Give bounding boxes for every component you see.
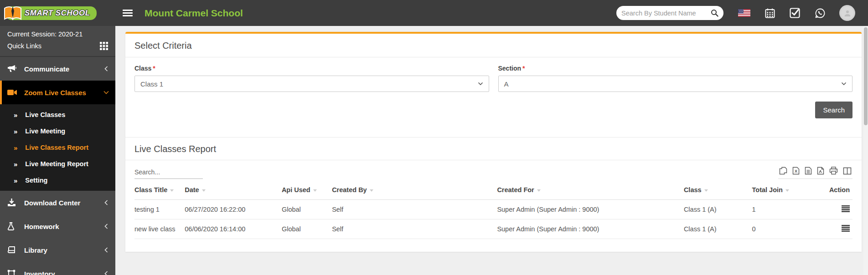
cell-class: Class 1 (A) bbox=[684, 200, 752, 219]
sidebar-item-label: Communicate bbox=[24, 65, 104, 73]
cell-api-used: Global bbox=[282, 200, 332, 219]
live-classes-report-table: Class Title Date Api Used Created By Cre… bbox=[134, 182, 852, 239]
cell-api-used: Global bbox=[282, 219, 332, 239]
submenu-item-live-classes[interactable]: » Live Classes bbox=[0, 107, 115, 123]
select-criteria-title: Select Criteria bbox=[134, 41, 852, 51]
column-header-class[interactable]: Class bbox=[684, 182, 752, 200]
school-name-title: Mount Carmel School bbox=[145, 8, 243, 19]
sort-caret-icon bbox=[537, 189, 541, 192]
column-header-api-used[interactable]: Api Used bbox=[282, 182, 332, 200]
double-angle-icon: » bbox=[14, 160, 17, 168]
sidebar-item-label: Inventory bbox=[24, 270, 104, 275]
brand-text: SMART SCHOOL bbox=[25, 9, 90, 18]
double-angle-icon: » bbox=[14, 177, 17, 184]
chevron-left-icon bbox=[104, 224, 108, 229]
copy-icon[interactable] bbox=[779, 167, 787, 175]
book-icon bbox=[7, 246, 18, 254]
table-row: testing 1 06/27/2020 16:22:00 Global Sel… bbox=[134, 200, 852, 219]
double-angle-icon: » bbox=[14, 144, 17, 152]
whatsapp-icon[interactable] bbox=[815, 8, 826, 19]
language-us-flag-icon[interactable] bbox=[738, 9, 750, 17]
sort-caret-icon bbox=[202, 189, 206, 192]
scrollbar-thumb[interactable] bbox=[864, 27, 868, 125]
search-icon[interactable] bbox=[711, 9, 718, 17]
columns-icon[interactable] bbox=[843, 167, 852, 175]
submenu-item-label: Live Classes Report bbox=[25, 144, 88, 151]
sort-caret-icon bbox=[170, 189, 174, 192]
cell-class-title: testing 1 bbox=[134, 200, 185, 219]
live-classes-report-title: Live Classes Report bbox=[134, 144, 852, 154]
sidebar-item-inventory[interactable]: Inventory bbox=[0, 262, 115, 275]
class-label: Class bbox=[134, 65, 151, 72]
excel-icon[interactable]: X bbox=[792, 167, 800, 175]
column-header-created-for[interactable]: Created For bbox=[497, 182, 684, 200]
sidebar: Current Session: 2020-21 Quick Links bbox=[0, 26, 115, 275]
table-row: new live class 06/06/2020 16:14:00 Globa… bbox=[134, 219, 852, 239]
sidebar-item-zoom-live-classes[interactable]: Zoom Live Classes bbox=[0, 81, 115, 104]
content-card: Select Criteria Class* Class 1 Section* … bbox=[125, 32, 862, 252]
required-asterisk: * bbox=[522, 65, 525, 72]
sort-caret-icon bbox=[370, 189, 373, 192]
submenu-item-label: Setting bbox=[25, 177, 47, 184]
file-text-icon[interactable] bbox=[805, 167, 812, 175]
submenu-item-live-meeting[interactable]: » Live Meeting bbox=[0, 123, 115, 139]
sidebar-item-label: Download Center bbox=[24, 199, 104, 207]
top-header: SMART SCHOOL Mount Carmel School bbox=[0, 0, 868, 26]
sidebar-item-homework[interactable]: Homework bbox=[0, 214, 115, 238]
smart-school-app: SMART SCHOOL Mount Carmel School bbox=[0, 0, 868, 275]
sidebar-item-download-center[interactable]: Download Center bbox=[0, 191, 115, 214]
section-select[interactable]: A bbox=[498, 76, 853, 92]
flask-icon bbox=[7, 222, 18, 230]
column-header-created-by[interactable]: Created By bbox=[332, 182, 497, 200]
print-icon[interactable] bbox=[829, 167, 838, 175]
cell-date: 06/06/2020 16:14:00 bbox=[185, 219, 282, 239]
brand-logo[interactable]: SMART SCHOOL bbox=[0, 6, 115, 20]
quick-links-grid-icon[interactable] bbox=[100, 42, 108, 50]
table-search-input[interactable] bbox=[134, 167, 203, 179]
sidebar-item-communicate[interactable]: Communicate bbox=[0, 57, 115, 81]
user-avatar[interactable] bbox=[839, 5, 855, 21]
cell-class: Class 1 (A) bbox=[684, 219, 752, 239]
pdf-icon[interactable] bbox=[817, 167, 824, 175]
submenu-item-setting[interactable]: » Setting bbox=[0, 172, 115, 188]
column-header-total-join[interactable]: Total Join bbox=[752, 182, 817, 200]
quick-links-label: Quick Links bbox=[7, 42, 41, 50]
column-header-class-title[interactable]: Class Title bbox=[134, 182, 185, 200]
zoom-live-classes-submenu: » Live Classes » Live Meeting » Live Cla… bbox=[0, 104, 115, 191]
sort-caret-icon bbox=[704, 189, 708, 192]
search-button[interactable]: Search bbox=[815, 102, 852, 118]
menu-toggle-icon[interactable] bbox=[123, 10, 133, 16]
class-select-value: Class 1 bbox=[140, 80, 478, 88]
sidebar-item-library[interactable]: Library bbox=[0, 238, 115, 262]
table-header-row: Class Title Date Api Used Created By Cre… bbox=[134, 182, 852, 200]
box-icon bbox=[7, 270, 18, 275]
open-book-icon bbox=[3, 5, 23, 22]
select-chevron-icon bbox=[478, 82, 483, 86]
cell-created-by: Self bbox=[332, 219, 497, 239]
cell-date: 06/27/2020 16:22:00 bbox=[185, 200, 282, 219]
action-list-icon[interactable] bbox=[842, 225, 850, 232]
megaphone-icon bbox=[7, 65, 18, 73]
cell-created-for: Super Admin (Super Admin : 9000) bbox=[497, 219, 684, 239]
export-toolbar: X bbox=[778, 167, 852, 179]
submenu-item-live-meeting-report[interactable]: » Live Meeting Report bbox=[0, 156, 115, 172]
cell-created-by: Self bbox=[332, 200, 497, 219]
task-check-icon[interactable] bbox=[790, 8, 800, 18]
header-actions bbox=[616, 5, 855, 21]
session-block: Current Session: 2020-21 Quick Links bbox=[0, 26, 115, 57]
calendar-icon[interactable] bbox=[765, 8, 775, 18]
column-header-action: Action bbox=[816, 182, 852, 200]
chevron-left-icon bbox=[104, 200, 108, 205]
student-search-input[interactable] bbox=[621, 10, 711, 17]
current-session-label: Current Session: 2020-21 bbox=[7, 31, 108, 38]
sidebar-item-label: Library bbox=[24, 246, 104, 254]
submenu-item-label: Live Meeting bbox=[25, 127, 65, 135]
sort-caret-icon bbox=[785, 189, 789, 192]
class-select[interactable]: Class 1 bbox=[134, 76, 489, 92]
required-asterisk: * bbox=[153, 65, 155, 72]
page-scrollbar[interactable] bbox=[863, 11, 868, 275]
sidebar-item-label: Homework bbox=[24, 223, 104, 230]
column-header-date[interactable]: Date bbox=[185, 182, 282, 200]
action-list-icon[interactable] bbox=[842, 205, 850, 212]
submenu-item-live-classes-report[interactable]: » Live Classes Report bbox=[0, 139, 115, 156]
